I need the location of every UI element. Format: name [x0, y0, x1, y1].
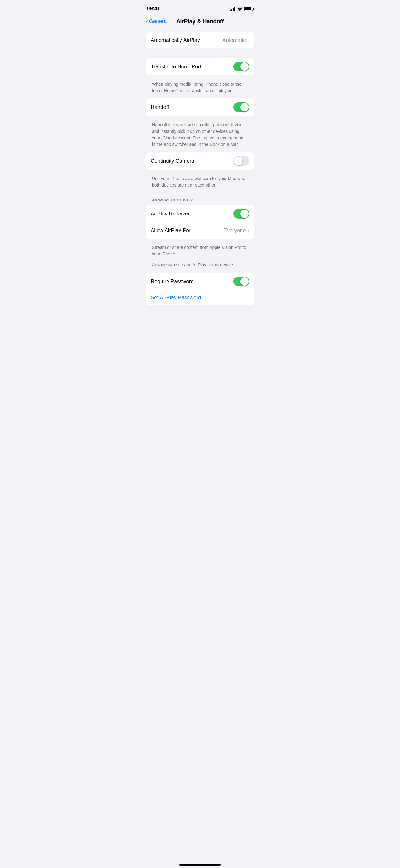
require-password-label: Require Password	[151, 278, 194, 285]
automatically-airplay-value: Automatic	[222, 37, 246, 43]
spacer-1	[146, 52, 254, 58]
allow-airplay-for-label: Allow AirPlay For	[151, 227, 190, 234]
continuity-camera-label: Continuity Camera	[151, 158, 194, 164]
continuity-camera-toggle[interactable]	[233, 156, 249, 166]
toggle-thumb	[240, 277, 249, 286]
toggle-thumb	[240, 62, 249, 71]
airplay-receiver-description1: Stream or share content from Apple Visio…	[146, 242, 254, 262]
automatically-airplay-group: Automatically AirPlay Automatic ›	[146, 32, 254, 49]
airplay-receiver-group: AirPlay Receiver Allow AirPlay For Every…	[146, 205, 254, 239]
transfer-homepod-group: Transfer to HomePod	[146, 58, 254, 75]
chevron-right-icon: ›	[248, 37, 249, 43]
battery-icon	[244, 6, 253, 11]
transfer-homepod-toggle[interactable]	[233, 62, 249, 71]
set-airplay-password-row[interactable]: Set AirPlay Password	[146, 290, 254, 305]
require-password-row[interactable]: Require Password	[146, 273, 254, 290]
handoff-row[interactable]: Handoff	[146, 98, 254, 116]
continuity-camera-row[interactable]: Continuity Camera	[146, 152, 254, 170]
handoff-group: Handoff	[146, 98, 254, 116]
handoff-description: Handoff lets you start something on one …	[146, 119, 254, 152]
continuity-camera-description: Use your iPhone as a webcam for your Mac…	[146, 173, 254, 193]
toggle-thumb	[240, 210, 249, 218]
transfer-homepod-label: Transfer to HomePod	[151, 64, 201, 70]
page-title: AirPlay & Handoff	[176, 18, 224, 25]
back-label: General	[149, 18, 168, 25]
require-password-group: Require Password Set AirPlay Password	[146, 273, 254, 305]
back-button[interactable]: ‹ General	[146, 18, 168, 25]
toggle-thumb	[240, 103, 249, 112]
status-time: 09:41	[147, 6, 160, 12]
handoff-label: Handoff	[151, 104, 169, 111]
handoff-toggle[interactable]	[233, 102, 249, 112]
transfer-homepod-description: When playing media, bring iPhone close t…	[146, 79, 254, 98]
chevron-right-icon: ›	[248, 228, 249, 234]
allow-airplay-for-row[interactable]: Allow AirPlay For Everyone ›	[146, 223, 254, 239]
allow-airplay-for-value: Everyone	[224, 227, 246, 234]
toggle-thumb	[234, 157, 242, 165]
status-icons	[230, 6, 253, 11]
wifi-icon	[237, 6, 242, 11]
automatically-airplay-row[interactable]: Automatically AirPlay Automatic ›	[146, 32, 254, 49]
nav-bar: ‹ General AirPlay & Handoff	[139, 16, 261, 30]
continuity-camera-group: Continuity Camera	[146, 152, 254, 170]
airplay-receiver-toggle[interactable]	[233, 209, 249, 219]
allow-airplay-for-value-container: Everyone ›	[224, 227, 249, 234]
require-password-toggle[interactable]	[233, 277, 249, 286]
airplay-receiver-section-header: AIRPLAY RECEIVER	[146, 193, 254, 205]
transfer-homepod-row[interactable]: Transfer to HomePod	[146, 58, 254, 75]
status-bar: 09:41	[139, 0, 261, 16]
airplay-receiver-label: AirPlay Receiver	[151, 211, 190, 217]
automatically-airplay-value-container: Automatic ›	[222, 37, 249, 43]
signal-icon	[230, 6, 235, 11]
automatically-airplay-label: Automatically AirPlay	[151, 37, 200, 43]
settings-content: Automatically AirPlay Automatic › Transf…	[139, 30, 261, 321]
airplay-receiver-row[interactable]: AirPlay Receiver	[146, 205, 254, 223]
back-chevron-icon: ‹	[146, 18, 148, 25]
airplay-receiver-description2: Anyone can see and AirPlay to this devic…	[146, 262, 254, 273]
set-airplay-password-link[interactable]: Set AirPlay Password	[151, 294, 201, 301]
